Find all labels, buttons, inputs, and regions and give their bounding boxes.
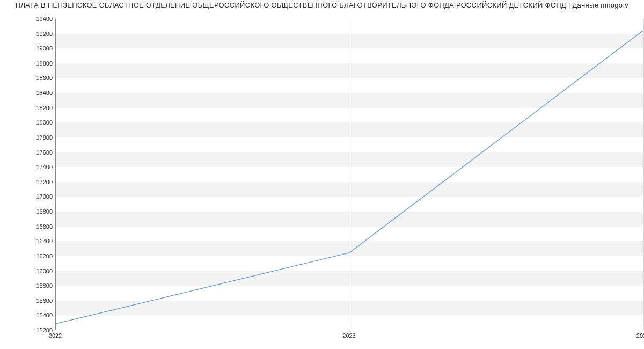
y-tick-label: 15200 xyxy=(4,327,53,333)
y-tick-label: 17800 xyxy=(4,134,53,141)
data-line xyxy=(56,19,643,330)
y-tick-label: 18600 xyxy=(4,75,53,81)
y-tick-label: 18200 xyxy=(4,105,53,111)
y-tick-label: 17400 xyxy=(4,164,53,170)
y-tick-label: 16200 xyxy=(4,253,53,259)
y-tick-label: 15600 xyxy=(4,297,53,304)
y-tick-label: 17600 xyxy=(4,149,53,156)
y-tick-label: 17000 xyxy=(4,193,53,200)
y-tick-label: 15400 xyxy=(4,312,53,318)
y-tick-label: 15800 xyxy=(4,282,53,289)
x-tick-label: 2022 xyxy=(49,332,62,339)
x-tick-label: 2023 xyxy=(342,332,355,339)
y-tick-label: 16600 xyxy=(4,223,53,230)
y-tick-label: 19000 xyxy=(4,45,53,52)
y-tick-label: 19200 xyxy=(4,31,53,37)
x-tick-label: 2024 xyxy=(636,332,644,339)
y-tick-label: 18800 xyxy=(4,60,53,67)
y-tick-label: 17200 xyxy=(4,179,53,185)
y-tick-label: 18400 xyxy=(4,90,53,96)
plot-area xyxy=(55,19,643,330)
y-tick-label: 16000 xyxy=(4,268,53,274)
y-tick-label: 18000 xyxy=(4,119,53,126)
chart-title: ПЛАТА В ПЕНЗЕНСКОЕ ОБЛАСТНОЕ ОТДЕЛЕНИЕ О… xyxy=(0,1,644,9)
y-tick-label: 16800 xyxy=(4,208,53,215)
y-tick-label: 19400 xyxy=(4,16,53,22)
y-tick-label: 16400 xyxy=(4,238,53,244)
